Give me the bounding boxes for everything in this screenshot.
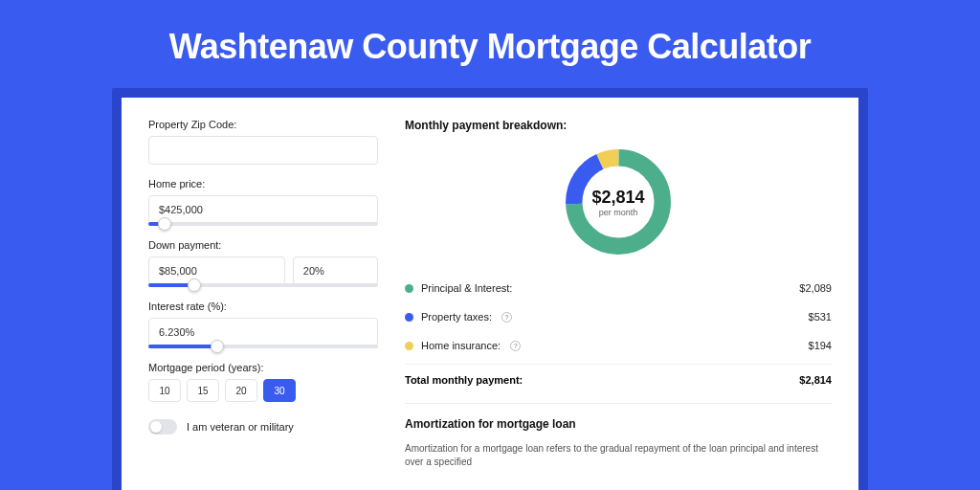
zip-input[interactable] (148, 136, 378, 165)
veteran-toggle-row: I am veteran or military (148, 419, 378, 434)
donut-chart: $2,814 per month (405, 144, 832, 260)
home-price-slider[interactable] (148, 222, 378, 226)
down-payment-field-group: Down payment: (148, 239, 378, 287)
period-field-group: Mortgage period (years): 10 15 20 30 (148, 362, 378, 402)
total-label: Total monthly payment: (405, 374, 523, 386)
down-payment-label: Down payment: (148, 239, 378, 251)
period-button-15[interactable]: 15 (187, 379, 219, 402)
donut-amount: $2,814 (591, 188, 644, 208)
page-title: Washtenaw County Mortgage Calculator (0, 0, 980, 88)
period-button-group: 10 15 20 30 (148, 379, 378, 402)
calculator-card: Property Zip Code: Home price: Down paym… (122, 98, 858, 490)
legend-label: Property taxes: (421, 311, 492, 323)
dot-icon (405, 284, 413, 293)
slider-thumb[interactable] (211, 340, 224, 353)
calculator-card-frame: Property Zip Code: Home price: Down paym… (112, 88, 868, 490)
donut-center: $2,814 per month (591, 188, 644, 217)
inputs-panel: Property Zip Code: Home price: Down paym… (148, 119, 378, 480)
period-label: Mortgage period (years): (148, 362, 378, 373)
veteran-label: I am veteran or military (187, 421, 294, 433)
period-button-30[interactable]: 30 (263, 379, 296, 402)
amortization-heading: Amortization for mortgage loan (405, 417, 832, 431)
legend-label: Home insurance: (421, 340, 501, 351)
zip-field-group: Property Zip Code: (148, 119, 378, 165)
slider-thumb[interactable] (188, 278, 201, 292)
breakdown-panel: Monthly payment breakdown: $2,814 per mo… (405, 119, 832, 480)
interest-field-group: Interest rate (%): (148, 301, 378, 348)
legend-value: $194 (809, 340, 832, 351)
amortization-section: Amortization for mortgage loan Amortizat… (405, 403, 832, 469)
legend-row-principal: Principal & Interest: $2,089 (405, 274, 832, 302)
slider-thumb[interactable] (158, 217, 171, 231)
down-payment-input[interactable] (148, 256, 285, 285)
total-row: Total monthly payment: $2,814 (405, 364, 832, 386)
legend-value: $531 (809, 311, 832, 323)
amortization-text: Amortization for a mortgage loan refers … (405, 442, 832, 469)
interest-label: Interest rate (%): (148, 301, 378, 312)
down-payment-slider[interactable] (148, 283, 378, 287)
interest-slider[interactable] (148, 345, 378, 348)
donut-sub: per month (591, 208, 644, 217)
down-payment-pct-input[interactable] (293, 256, 378, 285)
period-button-10[interactable]: 10 (148, 379, 181, 402)
legend-value: $2,089 (799, 282, 832, 294)
info-icon[interactable]: ? (510, 341, 521, 351)
legend-row-taxes: Property taxes: ? $531 (405, 302, 832, 331)
legend-label: Principal & Interest: (421, 282, 512, 294)
zip-label: Property Zip Code: (148, 119, 378, 130)
dot-icon (405, 342, 413, 350)
home-price-input[interactable] (148, 195, 378, 224)
slider-fill (148, 345, 217, 348)
dot-icon (405, 313, 413, 322)
interest-input[interactable] (148, 318, 378, 346)
legend-row-insurance: Home insurance: ? $194 (405, 331, 832, 360)
total-value: $2,814 (799, 374, 832, 386)
veteran-toggle[interactable] (148, 419, 177, 434)
period-button-20[interactable]: 20 (225, 379, 257, 402)
info-icon[interactable]: ? (501, 312, 512, 323)
home-price-label: Home price: (148, 178, 378, 189)
home-price-field-group: Home price: (148, 178, 378, 226)
breakdown-heading: Monthly payment breakdown: (405, 119, 832, 132)
